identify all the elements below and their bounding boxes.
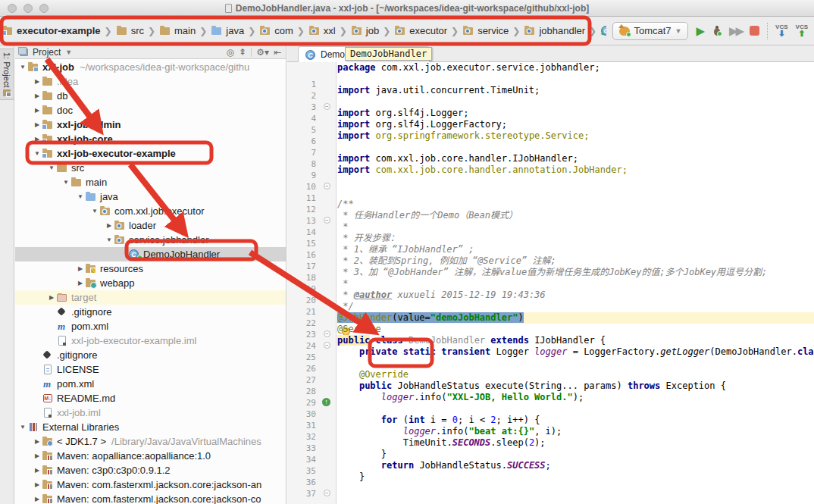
breadcrumb-item-src[interactable]: src bbox=[116, 25, 144, 36]
tree-item-loader[interactable]: ▶loader bbox=[15, 218, 286, 233]
tree-item-readme-md[interactable]: M↓README.md bbox=[15, 391, 286, 405]
run-configuration-selector[interactable]: Tomcat7 ▼ bbox=[612, 22, 688, 40]
tree-item-xxl-job-core[interactable]: ▶xxl-job-core bbox=[15, 132, 286, 146]
expand-arrow-icon[interactable]: ▶ bbox=[33, 496, 42, 502]
tree-item-main[interactable]: ▼main bbox=[15, 175, 286, 189]
tree-item-java[interactable]: ▼java bbox=[15, 189, 286, 204]
tree-item-label: main bbox=[86, 177, 107, 188]
expand-arrow-icon[interactable]: ▶ bbox=[47, 294, 56, 301]
tree-item-doc[interactable]: ▶doc bbox=[15, 103, 286, 117]
locate-file-button[interactable]: ◎ bbox=[227, 48, 234, 57]
collapse-all-button[interactable]: ⇞ bbox=[239, 48, 246, 57]
fold-marker-icon[interactable]: − bbox=[324, 183, 330, 189]
expand-arrow-icon[interactable]: ▶ bbox=[33, 92, 42, 99]
expand-arrow-icon[interactable]: ▶ bbox=[76, 265, 85, 272]
stop-button[interactable] bbox=[750, 26, 759, 36]
tree-item-pom-xml[interactable]: mpom.xml bbox=[15, 319, 286, 333]
breadcrumb-separator: ❯ bbox=[148, 26, 155, 36]
tree-item--jdk1-7-[interactable]: ▶< JDK1.7 >/Library/Java/JavaVirtualMach… bbox=[15, 434, 286, 449]
expand-arrow-icon[interactable]: ▼ bbox=[47, 164, 56, 171]
tree-item--gitignore[interactable]: .gitignore bbox=[15, 305, 286, 319]
tree-item-license[interactable]: LICENSE bbox=[15, 362, 286, 377]
tree-item-resources[interactable]: ▶resources bbox=[15, 261, 286, 276]
breadcrumb-item-java[interactable]: java bbox=[211, 25, 244, 36]
tree-item-xxl-job-admin[interactable]: ▶xxl-job-admin bbox=[15, 117, 286, 132]
expand-arrow-icon[interactable]: ▶ bbox=[33, 136, 42, 142]
expand-arrow-icon[interactable]: ▶ bbox=[105, 222, 114, 229]
breadcrumb-item-service[interactable]: service bbox=[462, 25, 509, 36]
hide-panel-button[interactable]: ⇤ bbox=[274, 48, 281, 57]
overriding-method-icon[interactable]: ↑ bbox=[322, 398, 330, 406]
tree-item-pom-xml[interactable]: mpom.xml bbox=[15, 377, 286, 391]
breadcrumb-item-com[interactable]: com bbox=[259, 25, 293, 36]
tree-item-src[interactable]: ▼src bbox=[15, 161, 286, 175]
tree-item--idea[interactable]: ▶.idea bbox=[15, 74, 286, 89]
expand-arrow-icon[interactable]: ▼ bbox=[76, 193, 85, 200]
tree-item-service-jobhandler[interactable]: ▼service.jobhandler bbox=[15, 233, 286, 247]
breadcrumb-item-xxl[interactable]: xxl bbox=[308, 25, 336, 36]
vcs-commit-button[interactable]: VCS⬆ bbox=[796, 24, 808, 38]
breadcrumb-item-executor[interactable]: executor bbox=[394, 25, 447, 36]
expand-arrow-icon[interactable]: ▼ bbox=[105, 236, 114, 243]
line-number: 21 bbox=[290, 306, 316, 318]
fold-marker-icon[interactable]: − bbox=[324, 217, 330, 224]
tree-item-label: service.jobhandler bbox=[129, 234, 209, 246]
tree-item-xxl-job[interactable]: ▼xxl-job~/workspaces/idea-git-workspace/… bbox=[15, 60, 286, 74]
expand-arrow-icon[interactable]: ▶ bbox=[33, 467, 42, 474]
tree-item-target[interactable]: ▶target bbox=[15, 290, 286, 305]
line-number: 7 bbox=[290, 147, 316, 158]
expand-arrow-icon[interactable]: ▶ bbox=[33, 481, 42, 488]
tree-item-xxl-job-iml[interactable]: xxl-job.iml bbox=[15, 405, 286, 420]
settings-gear-icon[interactable]: ⚙▾ bbox=[256, 48, 269, 57]
breadcrumb-item-executor-example[interactable]: executor-example bbox=[2, 25, 101, 36]
tree-item-webapp[interactable]: ▶webapp bbox=[15, 276, 286, 290]
iml-icon bbox=[42, 408, 54, 418]
expand-arrow-icon[interactable]: ▶ bbox=[33, 452, 42, 459]
expand-arrow-icon[interactable]: ▶ bbox=[33, 438, 42, 445]
tree-item-label: .idea bbox=[57, 76, 78, 87]
breadcrumb-item-jobhandler[interactable]: jobhandler bbox=[524, 25, 585, 36]
tree-item-maven-com-fasterxml-jackson-core-jackson-co[interactable]: ▶Maven: com.fasterxml.jackson.core:jacks… bbox=[15, 492, 286, 504]
tree-item-db[interactable]: ▶db bbox=[15, 89, 286, 103]
fold-marker-icon[interactable]: − bbox=[324, 103, 330, 110]
breadcrumb-item-job[interactable]: job bbox=[351, 25, 379, 36]
window-controls[interactable] bbox=[8, 4, 49, 13]
tree-item-maven-aopalliance-aopalliance-1-0[interactable]: ▶Maven: aopalliance:aopalliance:1.0 bbox=[15, 449, 286, 463]
zoom-window-button[interactable] bbox=[39, 4, 49, 13]
step-down-icon[interactable]: ↓ bbox=[599, 25, 605, 37]
chevron-down-icon[interactable]: ▼ bbox=[65, 49, 72, 56]
tree-item-com-xxl-job-executor[interactable]: ▼com.xxl.job.executor bbox=[15, 204, 286, 218]
jdk-icon bbox=[42, 437, 54, 446]
fold-marker-icon[interactable]: − bbox=[324, 342, 330, 349]
close-window-button[interactable] bbox=[8, 4, 17, 13]
expand-arrow-icon[interactable]: ▼ bbox=[90, 208, 99, 214]
fold-marker-icon[interactable]: − bbox=[324, 490, 330, 496]
tree-item-maven-c3p0-c3p0-0-9-1-2[interactable]: ▶Maven: c3p0:c3p0:0.9.1.2 bbox=[15, 463, 286, 477]
line-number: 31 bbox=[290, 420, 316, 431]
code-editor[interactable]: package com.xxl.job.executor.service.job… bbox=[337, 62, 814, 504]
minimize-window-button[interactable] bbox=[23, 4, 33, 13]
project-tool-window-button[interactable]: 1: Project bbox=[0, 49, 14, 100]
tree-item-demojobhandler[interactable]: CDemoJobHandler bbox=[15, 247, 286, 261]
tree-item-maven-com-fasterxml-jackson-core-jackson-an[interactable]: ▶Maven: com.fasterxml.jackson.core:jacks… bbox=[15, 477, 286, 492]
expand-arrow-icon[interactable]: ▼ bbox=[18, 64, 27, 70]
expand-arrow-icon[interactable]: ▶ bbox=[33, 78, 42, 85]
coverage-button[interactable]: ▶▶ bbox=[729, 25, 742, 36]
code-line-31 bbox=[337, 403, 814, 415]
tree-item-xxl-job-executor-example[interactable]: ▼xxl-job-executor-example bbox=[15, 146, 286, 161]
fold-marker-icon[interactable]: − bbox=[324, 330, 330, 337]
expand-arrow-icon[interactable]: ▶ bbox=[76, 280, 85, 286]
breadcrumb-item-main[interactable]: main bbox=[159, 25, 196, 36]
expand-arrow-icon[interactable]: ▶ bbox=[33, 121, 42, 128]
debug-button[interactable] bbox=[712, 26, 722, 36]
tree-item--gitignore[interactable]: .gitignore bbox=[15, 348, 286, 362]
expand-arrow-icon[interactable]: ▼ bbox=[18, 424, 27, 430]
breadcrumb-label: xxl bbox=[324, 25, 336, 36]
tree-item-xxl-job-executor-example-iml[interactable]: xxl-job-executor-example.iml bbox=[15, 333, 286, 348]
vcs-update-button[interactable]: VCS⬇ bbox=[775, 24, 787, 38]
expand-arrow-icon[interactable]: ▶ bbox=[33, 107, 42, 114]
expand-arrow-icon[interactable]: ▼ bbox=[33, 150, 42, 157]
run-button[interactable]: ▶ bbox=[696, 25, 705, 36]
expand-arrow-icon[interactable]: ▼ bbox=[61, 179, 70, 186]
tree-item-external-libraries[interactable]: ▼External Libraries bbox=[15, 420, 286, 434]
